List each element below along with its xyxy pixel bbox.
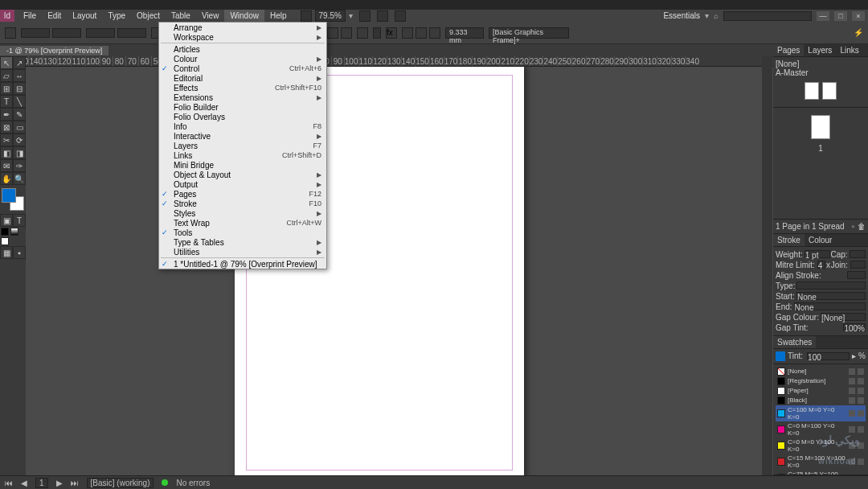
y-field[interactable] bbox=[52, 28, 81, 38]
doc-tab[interactable]: -1 @ 79% [Overprint Preview] bbox=[0, 46, 108, 55]
content-placer-tool[interactable]: ⊟ bbox=[13, 82, 26, 95]
winmenu-item[interactable]: ✓1 *Untitled-1 @ 79% [Overprint Preview] bbox=[159, 259, 326, 269]
miter-field[interactable]: 4 bbox=[817, 261, 826, 269]
wrap-shape-icon[interactable] bbox=[429, 27, 440, 39]
transform-tool[interactable]: ⟳ bbox=[13, 134, 26, 146]
swatch-row[interactable]: [Registration] bbox=[776, 376, 866, 386]
scissors-tool[interactable]: ✂ bbox=[0, 134, 13, 146]
tab-pages[interactable]: Pages bbox=[773, 44, 804, 56]
select-container-icon[interactable] bbox=[327, 27, 338, 39]
current-page-field[interactable]: 1 bbox=[35, 478, 48, 488]
tab-links[interactable]: Links bbox=[836, 44, 862, 56]
winmenu-item[interactable]: Folio Overlays bbox=[159, 112, 326, 121]
new-page-icon[interactable]: ▫ bbox=[851, 222, 854, 231]
winmenu-item[interactable]: Type & Tables▶ bbox=[159, 237, 326, 247]
quick-apply-icon[interactable]: ⚡ bbox=[854, 28, 863, 37]
gradient-feather-tool[interactable]: ◨ bbox=[13, 146, 26, 159]
minimize-button[interactable]: — bbox=[817, 11, 829, 21]
winmenu-item[interactable]: Mini Bridge bbox=[159, 160, 326, 170]
pen-tool[interactable]: ✒ bbox=[0, 108, 13, 121]
join-buttons[interactable] bbox=[850, 261, 866, 269]
close-button[interactable]: × bbox=[852, 11, 865, 21]
end-select[interactable]: None bbox=[794, 302, 866, 310]
rectangle-frame-tool[interactable]: ⊠ bbox=[0, 121, 13, 134]
page-thumb-1[interactable] bbox=[811, 115, 830, 139]
eyedropper-tool[interactable]: ✑ bbox=[13, 159, 26, 172]
winmenu-item[interactable]: Interactive▶ bbox=[159, 131, 326, 141]
winmenu-item[interactable]: ✓StrokeF10 bbox=[159, 199, 326, 208]
preview-view-icon[interactable]: ▪ bbox=[13, 246, 26, 259]
gradient-swatch-tool[interactable]: ◧ bbox=[0, 146, 13, 159]
layer-indicator[interactable]: [Basic] (working) bbox=[87, 478, 154, 488]
selection-tool[interactable]: ↖ bbox=[0, 56, 13, 69]
note-tool[interactable]: ✉ bbox=[0, 159, 13, 172]
menu-window[interactable]: Window bbox=[224, 10, 264, 22]
winmenu-item[interactable]: ✓Tools bbox=[159, 228, 326, 237]
bridge-icon[interactable] bbox=[301, 10, 312, 22]
corner-size-field[interactable]: 9.333 mm bbox=[445, 27, 484, 39]
maximize-button[interactable]: □ bbox=[834, 11, 847, 21]
preflight-status[interactable]: No errors bbox=[176, 479, 210, 487]
winmenu-item[interactable]: LayersF7 bbox=[159, 141, 326, 150]
swatch-row[interactable]: [Black] bbox=[776, 396, 866, 405]
tab-stroke[interactable]: Stroke bbox=[773, 234, 805, 246]
h-field[interactable] bbox=[117, 28, 146, 38]
winmenu-item[interactable]: Editorial▶ bbox=[159, 73, 326, 83]
wrap-none-icon[interactable] bbox=[402, 27, 413, 39]
winmenu-item[interactable]: Articles bbox=[159, 44, 326, 54]
ref-point[interactable] bbox=[5, 27, 16, 39]
winmenu-item[interactable]: EffectsCtrl+Shift+F10 bbox=[159, 83, 326, 92]
winmenu-item[interactable]: LinksCtrl+Shift+D bbox=[159, 150, 326, 160]
type-tool[interactable]: T bbox=[0, 95, 13, 108]
formatting-text-icon[interactable]: T bbox=[13, 214, 26, 227]
winmenu-item[interactable]: Text WrapCtrl+Alt+W bbox=[159, 218, 326, 228]
zoom-dropdown-icon[interactable]: ▾ bbox=[349, 11, 353, 20]
swatch-row[interactable]: C=75 M=5 Y=100 K=0 bbox=[776, 470, 866, 476]
screen-mode-icon[interactable] bbox=[377, 10, 388, 22]
page-nav-next-icon[interactable]: ▶ bbox=[56, 479, 63, 487]
swatch-row[interactable]: C=100 M=0 Y=0 K=0 bbox=[776, 405, 866, 421]
fill-stroke-swatch[interactable] bbox=[2, 188, 24, 211]
page-tool[interactable]: ▱ bbox=[0, 69, 13, 82]
current-fill-icon[interactable] bbox=[776, 351, 785, 361]
align-stroke-buttons[interactable] bbox=[847, 271, 866, 279]
cap-buttons[interactable] bbox=[850, 250, 866, 258]
content-collector-tool[interactable]: ⊞ bbox=[0, 82, 13, 95]
search-input[interactable] bbox=[723, 11, 812, 21]
apply-color-icons[interactable] bbox=[0, 227, 26, 246]
delete-page-icon[interactable]: 🗑 bbox=[858, 222, 866, 231]
tab-swatches[interactable]: Swatches bbox=[773, 336, 816, 348]
stroke-type-select[interactable] bbox=[796, 281, 866, 290]
document-viewport[interactable] bbox=[26, 67, 773, 475]
menu-edit[interactable]: Edit bbox=[42, 10, 67, 22]
arrange-docs-icon[interactable] bbox=[395, 10, 406, 22]
winmenu-item[interactable]: ✓ControlCtrl+Alt+6 bbox=[159, 64, 326, 73]
direct-selection-tool[interactable]: ↗ bbox=[13, 56, 26, 69]
pages-none-row[interactable]: [None] bbox=[776, 60, 866, 68]
winmenu-item[interactable]: Utilities▶ bbox=[159, 247, 326, 257]
swatch-row[interactable]: [Paper] bbox=[776, 386, 866, 396]
winmenu-item[interactable]: Extensions▶ bbox=[159, 92, 326, 102]
gap-tool[interactable]: ↔ bbox=[13, 69, 26, 82]
menu-help[interactable]: Help bbox=[264, 10, 293, 22]
start-select[interactable]: None bbox=[796, 292, 866, 300]
gap-tint-field[interactable]: 100% bbox=[843, 323, 866, 331]
winmenu-item[interactable]: Object & Layout▶ bbox=[159, 170, 326, 179]
tab-colour[interactable]: Colour bbox=[805, 234, 836, 246]
winmenu-item[interactable]: Folio Builder bbox=[159, 102, 326, 112]
rectangle-tool[interactable]: ▭ bbox=[13, 121, 26, 134]
winmenu-item[interactable]: InfoF8 bbox=[159, 121, 326, 131]
winmenu-item[interactable]: ✓PagesF12 bbox=[159, 189, 326, 199]
fill-swatch[interactable] bbox=[357, 27, 368, 39]
master-spread-thumb-2[interactable] bbox=[822, 82, 837, 100]
winmenu-item[interactable]: Output▶ bbox=[159, 179, 326, 189]
w-field[interactable] bbox=[86, 28, 115, 38]
swatch-row[interactable]: [None] bbox=[776, 367, 866, 376]
stroke-weight-field[interactable] bbox=[373, 27, 381, 39]
object-style-select[interactable]: [Basic Graphics Frame]+ bbox=[489, 27, 569, 39]
tab-layers[interactable]: Layers bbox=[804, 44, 836, 56]
winmenu-item[interactable]: Arrange▶ bbox=[159, 23, 326, 32]
x-field[interactable] bbox=[21, 28, 50, 38]
menu-type[interactable]: Type bbox=[102, 10, 131, 22]
workspace-dropdown-icon[interactable]: ▾ bbox=[705, 11, 709, 20]
